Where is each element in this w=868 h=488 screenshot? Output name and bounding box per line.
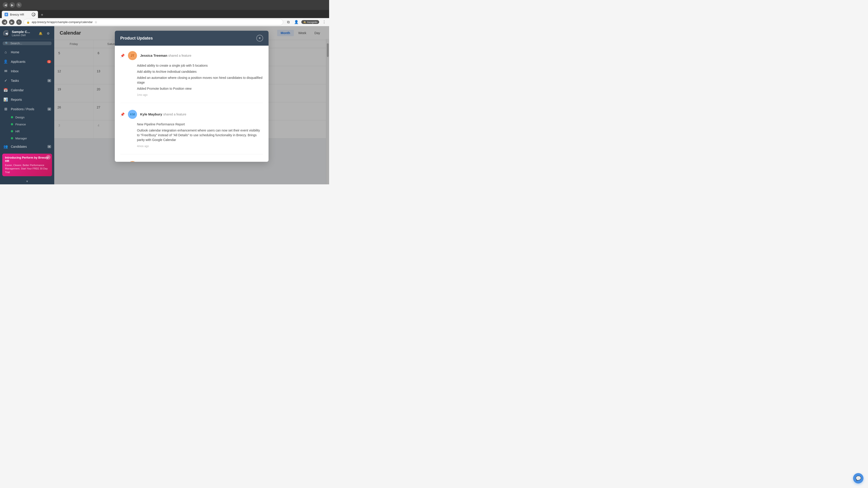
tab-favicon: B [4, 13, 8, 16]
settings-icon[interactable]: ⚙ [45, 31, 51, 36]
sidebar-collapse-button[interactable]: ◀ [3, 30, 9, 37]
modal-title: Product Updates [120, 36, 153, 41]
candidates-icon: 👥 [3, 144, 8, 149]
update-1-author: Jessica Treeman [140, 54, 167, 57]
extensions-icon[interactable]: ⧉ [285, 19, 291, 25]
pin-icon-1: 📌 [120, 54, 125, 58]
app-layout: ◀ Sample C... Lauren Dell 🔔 ⚙ 🔍 Search..… [0, 26, 329, 184]
applicants-icon: 👤 [3, 59, 8, 64]
sidebar-item-candidates[interactable]: 👥 Candidates + [0, 142, 54, 151]
promote-banner-title: Introducing Perform by Breezy HR [5, 156, 49, 163]
reports-icon: 📊 [3, 97, 8, 102]
pin-icon-2: 📌 [120, 112, 125, 117]
sidebar-subitem-design[interactable]: Design [0, 114, 54, 121]
search-box[interactable]: 🔍 Search... [3, 41, 52, 45]
update-2-action: shared a feature [163, 112, 186, 116]
sidebar-item-applicants[interactable]: 👤 Applicants 1 [0, 57, 54, 66]
sidebar-item-reports[interactable]: 📊 Reports [0, 95, 54, 104]
sidebar-item-calendar[interactable]: 📅 Calendar [0, 86, 54, 95]
sidebar-item-label: Calendar [11, 88, 24, 92]
sidebar-icons: 🔔 ⚙ [37, 31, 51, 36]
update-item-3: 📌 JT Jessica Treeman shared a fix Fixed … [120, 161, 263, 162]
update-1-content: Added ability to create a single job wit… [128, 63, 263, 91]
sidebar-subitem-hr[interactable]: HR [0, 128, 54, 135]
user-name: Lauren Dell [12, 34, 35, 37]
sidebar-item-label: Home [11, 51, 19, 54]
back-btn-2[interactable]: ◀ [2, 20, 7, 25]
lock-icon: 🔒 [26, 21, 30, 24]
forward-btn-2[interactable]: ▶ [9, 20, 14, 25]
sub-item-label: Manager [16, 137, 27, 140]
inbox-icon: ✉ [3, 69, 8, 74]
update-1-bullet-2: Add ability to Archive individual candid… [137, 69, 263, 74]
sidebar-item-label: Tasks [11, 79, 19, 83]
update-2-timestamp: 4mos ago [128, 144, 263, 148]
calendar-icon: 📅 [3, 88, 8, 93]
update-item-1: 📌 JT Jessica Treeman shared a feature Ad… [120, 51, 263, 103]
product-updates-modal: Product Updates × 📌 JT Jessica Treeman s… [115, 31, 269, 162]
active-tab[interactable]: B Breezy HR × [2, 11, 38, 18]
sidebar-item-label: Applicants [11, 60, 26, 64]
update-1-action-label: shared a feature [168, 54, 191, 57]
update-2-content: New Pipeline Performance Report Outlook … [128, 122, 263, 142]
update-1-bullet-3: Added an automation where closing a posi… [137, 75, 263, 85]
update-1-timestamp: 1mo ago [128, 93, 263, 96]
sidebar-subitem-finance[interactable]: Finance [0, 121, 54, 128]
sidebar-item-tasks[interactable]: ✓ Tasks + [0, 76, 54, 86]
sidebar-header: ◀ Sample C... Lauren Dell 🔔 ⚙ [0, 26, 54, 39]
avatar-jessica-2: JT [128, 161, 137, 162]
browser-nav-controls[interactable]: ◀ ▶ ↻ [3, 2, 22, 8]
tab-title: Breezy HR [10, 13, 24, 16]
back-button[interactable]: ◀ [3, 2, 8, 8]
modal-body: 📌 JT Jessica Treeman shared a feature Ad… [115, 46, 269, 162]
sidebar-item-label: Candidates [11, 145, 27, 149]
promote-banner[interactable]: × Introducing Perform by Breezy HR Easie… [2, 154, 52, 176]
menu-icon[interactable]: ⋮ [321, 19, 327, 25]
search-icon: 🔍 [5, 41, 8, 45]
modal-overlay: Product Updates × 📌 JT Jessica Treeman s… [54, 26, 329, 184]
forward-button[interactable]: ▶ [9, 2, 15, 8]
finance-dot [11, 123, 13, 125]
sidebar: ◀ Sample C... Lauren Dell 🔔 ⚙ 🔍 Search..… [0, 26, 54, 184]
modal-close-button[interactable]: × [256, 35, 263, 41]
modal-header: Product Updates × [115, 31, 269, 46]
notifications-icon[interactable]: 🔔 [37, 31, 43, 36]
sidebar-item-inbox[interactable]: ✉ Inbox [0, 66, 54, 76]
update-1-bullet-4: Added Promote button to Position view [137, 86, 263, 91]
reload-button[interactable]: ↻ [16, 2, 22, 8]
incognito-badge: 🕵 Incognito [301, 20, 319, 24]
tab-bar: B Breezy HR × + [0, 10, 329, 18]
reload-btn-2[interactable]: ↻ [16, 20, 22, 25]
update-2-header: 📌 KM Kyle Maybury shared a feature [120, 110, 263, 119]
sub-item-label: HR [16, 130, 20, 133]
sub-item-label: Design [16, 116, 24, 119]
update-1-header: 📌 JT Jessica Treeman shared a feature [120, 51, 263, 60]
browser-chrome: ◀ ▶ ↻ [0, 0, 329, 10]
sidebar-scroll-down[interactable]: ▼ [0, 178, 54, 184]
bookmark-icon[interactable]: ☆ [94, 20, 97, 24]
sidebar-item-home[interactable]: ⌂ Home [0, 47, 54, 57]
incognito-label: Incognito [307, 21, 317, 24]
promote-banner-close[interactable]: × [46, 155, 51, 160]
address-bar[interactable]: 🔒 app.breezy.hr/app/c/sample-company/cal… [24, 19, 283, 25]
design-dot [11, 116, 13, 119]
candidates-badge: + [48, 145, 51, 148]
avatar-jessica-1: JT [128, 51, 137, 60]
new-tab-button[interactable]: + [39, 12, 45, 18]
sidebar-bottom: × Introducing Perform by Breezy HR Easie… [0, 151, 54, 178]
applicants-badge: 1 [47, 60, 51, 63]
sidebar-subitem-manager[interactable]: Manager [0, 135, 54, 142]
update-item-2: 📌 KM Kyle Maybury shared a feature New P… [120, 110, 263, 154]
update-2-bullet-2: Outlook calendar integration enhancement… [137, 128, 263, 142]
update-2-bullet-1: New Pipeline Performance Report [137, 122, 263, 127]
url-text: app.breezy.hr/app/c/sample-company/calen… [32, 20, 93, 24]
company-name: Sample C... [12, 30, 35, 34]
sidebar-item-positions-pools[interactable]: ⊞ Positions / Pools + [0, 104, 54, 114]
incognito-icon: 🕵 [303, 21, 306, 24]
tab-close-button[interactable]: × [32, 13, 35, 16]
profile-icon[interactable]: 👤 [293, 19, 300, 25]
scroll-down-icon: ▼ [26, 180, 29, 183]
update-3-header: 📌 JT Jessica Treeman shared a fix [120, 161, 263, 162]
company-info: Sample C... Lauren Dell [12, 30, 35, 37]
update-2-author-block: Kyle Maybury shared a feature [140, 112, 186, 116]
